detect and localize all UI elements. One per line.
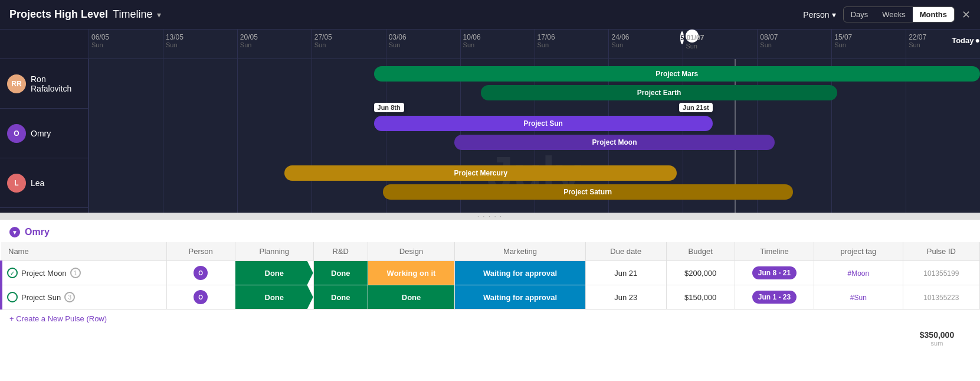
cell-budget-val-1: $150,000: [684, 293, 716, 302]
date-day-5: Sun: [463, 41, 475, 48]
person-name-1: Omry: [31, 129, 51, 138]
title-dropdown-icon[interactable]: ▾: [157, 10, 161, 19]
sum-label: sum: [903, 340, 971, 347]
date-num-7: 24/06: [611, 30, 629, 41]
table-row: ✓ Project Moon 1 ODoneDoneWorking on itW…: [1, 261, 980, 285]
gantt-bar[interactable]: Project SunJun 8thJun 21st: [374, 116, 713, 131]
cell-timeline-1[interactable]: Jun 1 - 23: [735, 285, 814, 310]
person-selector[interactable]: Person ▾: [803, 10, 835, 19]
date-num-1: 13/05: [166, 30, 183, 41]
gantt-bar[interactable]: Project Saturn: [383, 184, 793, 200]
drag-handle[interactable]: · · · · ·: [0, 213, 980, 220]
cell-design-0[interactable]: Working on it: [368, 261, 454, 285]
cell-design-1[interactable]: Done: [368, 285, 454, 310]
weeks-button[interactable]: Weeks: [875, 7, 913, 22]
cell-pulseid-1: 101355223: [903, 285, 979, 310]
date-day-7: Sun: [611, 41, 623, 48]
cell-name-1[interactable]: Project Sun 3: [1, 285, 166, 310]
cell-tag-val-1: #Sun: [850, 294, 867, 302]
date-col-4: 03/06 Sun: [386, 30, 460, 58]
person-name-2: Lea: [31, 178, 44, 188]
row-check-1[interactable]: [7, 292, 18, 302]
date-col-0: 06/05 Sun: [89, 30, 163, 58]
cell-person-avatar-1: O: [194, 290, 208, 304]
dates-area: 06/05 Sun 13/05 Sun 20/05 Sun 27/05 Sun …: [89, 30, 980, 58]
app-title-light: Timeline: [113, 8, 152, 21]
timeline-header: 06/05 Sun 13/05 Sun 20/05 Sun 27/05 Sun …: [0, 30, 980, 59]
drag-dots: · · · · ·: [477, 213, 503, 220]
person-label: Person: [803, 10, 829, 19]
cell-budget-1[interactable]: $150,000: [666, 285, 735, 310]
date-num-8: 5 01/07: [686, 30, 699, 43]
person-row-2: L Lea: [0, 158, 88, 208]
avatar-1: O: [7, 124, 26, 143]
group-name: Omry: [25, 227, 50, 237]
date-day-6: Sun: [537, 41, 549, 48]
date-day-11: Sun: [909, 41, 920, 48]
row-project-name-1: Project Sun: [21, 293, 61, 302]
cell-tag-0[interactable]: #Moon: [814, 261, 903, 285]
cell-marketing-0[interactable]: Waiting for approval: [455, 261, 586, 285]
sum-box: $350,000 sum: [903, 330, 980, 347]
col-design: Design: [368, 242, 454, 261]
date-day-3: Sun: [314, 41, 326, 48]
date-col-7: 24/06 Sun: [608, 30, 683, 58]
gantt-bar[interactable]: Project Mercury: [284, 165, 677, 181]
app-title-bold: Projects High Level: [9, 8, 108, 21]
close-button[interactable]: ✕: [962, 8, 971, 21]
cell-person-avatar-0: O: [194, 266, 208, 280]
gantt-bar[interactable]: Project Moon: [454, 135, 775, 150]
table-row: Project Sun 3 ODoneDoneDoneWaiting for a…: [1, 285, 980, 310]
cell-pulseid-val-0: 101355199: [923, 269, 959, 278]
col-name: Name: [1, 242, 166, 261]
months-button[interactable]: Months: [913, 7, 954, 22]
cell-marketing-1[interactable]: Waiting for approval: [455, 285, 586, 310]
cell-tag-val-0: #Moon: [847, 269, 869, 278]
cell-person-0[interactable]: O: [166, 261, 235, 285]
col-budget: Budget: [666, 242, 735, 261]
add-row[interactable]: + Create a New Pulse (Row): [0, 310, 980, 328]
row-badge-1: 3: [64, 292, 75, 302]
person-dropdown-icon: ▾: [832, 10, 836, 19]
cell-name-0[interactable]: ✓ Project Moon 1: [1, 261, 166, 285]
date-num-0: 06/05: [91, 30, 109, 41]
cell-budget-0[interactable]: $200,000: [666, 261, 735, 285]
date-num-2: 20/05: [240, 30, 258, 41]
gantt-bar[interactable]: Project Earth: [481, 85, 837, 100]
col-planning: Planning: [235, 242, 313, 261]
cell-duedate-0[interactable]: Jun 21: [585, 261, 666, 285]
left-panel-header: [0, 30, 89, 58]
date-col-1: 13/05 Sun: [163, 30, 237, 58]
cell-planning-1[interactable]: Done: [235, 285, 313, 310]
gantt-area: Projects High Level Timeline ▾ Person ▾ …: [0, 0, 980, 213]
col-tag: project tag: [814, 242, 903, 261]
cell-design-val-1: Done: [368, 285, 454, 309]
date-num-9: 08/07: [760, 30, 778, 41]
cell-rnd-0[interactable]: Done: [313, 261, 368, 285]
cell-rnd-val-1: Done: [314, 285, 368, 309]
person-name-0: Ron Rafalovitch: [31, 74, 81, 93]
date-day-10: Sun: [834, 41, 846, 48]
data-table: Name Person Planning R&D Design Marketin…: [0, 242, 980, 310]
left-panel: RR Ron Rafalovitch O Omry L Lea: [0, 59, 89, 213]
person-row-1: O Omry: [0, 109, 88, 158]
date-num-5: 10/06: [463, 30, 481, 41]
cell-planning-0[interactable]: Done: [235, 261, 313, 285]
cell-tag-1[interactable]: #Sun: [814, 285, 903, 310]
date-day-1: Sun: [166, 41, 178, 48]
date-num-10: 15/07: [834, 30, 852, 41]
cell-planning-val-0: Done: [235, 261, 313, 285]
row-check-0[interactable]: ✓: [7, 268, 18, 278]
cell-duedate-1[interactable]: Jun 23: [585, 285, 666, 310]
date-col-2: 20/05 Sun: [237, 30, 312, 58]
days-button[interactable]: Days: [844, 7, 876, 22]
row-badge-0: 1: [70, 268, 81, 278]
cell-timeline-0[interactable]: Jun 8 - 21: [735, 261, 814, 285]
gantt-bar[interactable]: Project Mars: [374, 66, 980, 82]
cell-rnd-1[interactable]: Done: [313, 285, 368, 310]
cell-person-1[interactable]: O: [166, 285, 235, 310]
col-pulseid: Pulse ID: [903, 242, 979, 261]
group-header: ▼ Omry: [0, 220, 980, 242]
person-row-0: RR Ron Rafalovitch: [0, 59, 88, 109]
date-col-9: 08/07 Sun: [757, 30, 831, 58]
